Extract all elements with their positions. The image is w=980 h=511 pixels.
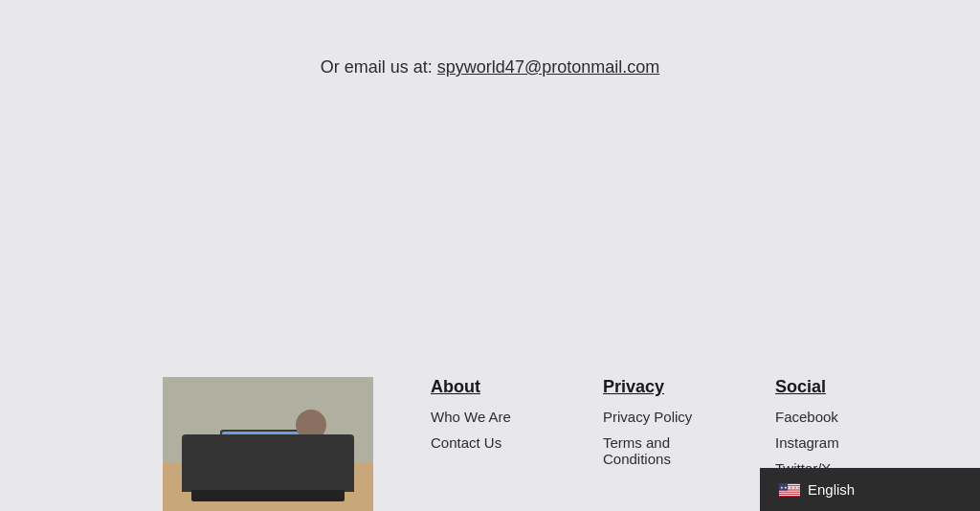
privacy-heading: Privacy (603, 377, 718, 397)
social-heading: Social (775, 377, 890, 397)
flag-icon: ★★★★★★ (779, 483, 800, 497)
footer-image (163, 377, 373, 511)
svg-rect-10 (297, 440, 325, 478)
svg-rect-16 (194, 478, 228, 479)
svg-rect-1 (163, 463, 373, 511)
svg-rect-11 (319, 449, 333, 473)
svg-rect-24 (779, 492, 800, 493)
main-content: Or email us at: spyworld47@protonmail.co… (0, 0, 980, 78)
svg-rect-23 (779, 490, 800, 491)
about-heading: About (431, 377, 546, 397)
who-we-are-link[interactable]: Who We Are (431, 409, 546, 425)
svg-rect-2 (220, 430, 306, 482)
footer-col-privacy: Privacy Privacy Policy Terms and Conditi… (603, 377, 718, 477)
svg-rect-4 (225, 434, 301, 475)
contact-us-link[interactable]: Contact Us (431, 434, 546, 451)
facebook-link[interactable]: Facebook (775, 409, 890, 425)
svg-rect-13 (311, 458, 335, 466)
svg-rect-12 (321, 451, 331, 469)
svg-rect-14 (191, 468, 239, 501)
svg-rect-8 (215, 482, 311, 488)
email-label: Or email us at: (321, 57, 433, 77)
svg-rect-17 (194, 482, 231, 484)
svg-rect-6 (228, 442, 295, 444)
svg-rect-5 (228, 437, 276, 440)
svg-point-9 (296, 410, 326, 440)
svg-rect-7 (228, 446, 285, 448)
terms-conditions-link[interactable]: Terms and Conditions (603, 434, 718, 467)
privacy-policy-link[interactable]: Privacy Policy (603, 409, 718, 425)
svg-rect-18 (234, 472, 243, 496)
footer-col-about: About Who We Are Contact Us (431, 377, 546, 460)
svg-text:★★★★★★: ★★★★★★ (780, 485, 800, 490)
language-switcher[interactable]: ★★★★★★ English (760, 468, 980, 511)
footer-image-placeholder (163, 377, 373, 511)
svg-rect-0 (163, 377, 373, 511)
language-label: English (808, 481, 855, 498)
svg-rect-25 (779, 494, 800, 495)
svg-rect-15 (194, 473, 233, 475)
svg-rect-3 (222, 432, 304, 478)
email-section: Or email us at: spyworld47@protonmail.co… (321, 57, 659, 78)
email-link[interactable]: spyworld47@protonmail.com (437, 57, 659, 77)
instagram-link[interactable]: Instagram (775, 434, 890, 451)
